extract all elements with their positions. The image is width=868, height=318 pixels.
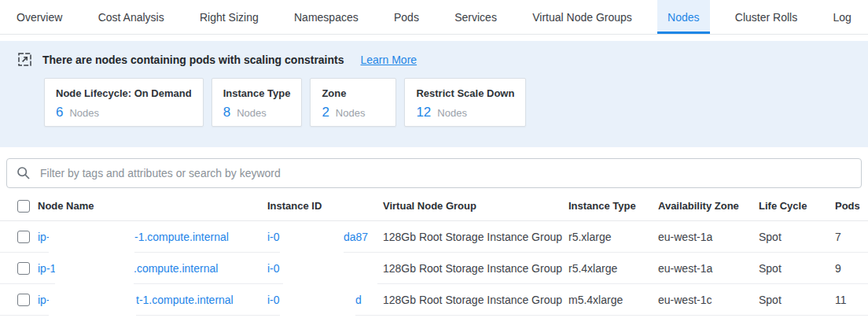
redaction-overlay [283,258,377,289]
scaling-constraints-banner: There are nodes containing pods with sca… [0,41,868,147]
redaction-overlay [49,227,134,257]
row-checkbox[interactable] [17,262,30,275]
card-unit: Nodes [237,107,267,119]
life-cycle-cell: Spot [759,284,835,315]
node-name-link[interactable]: .compute.internal [134,262,218,275]
node-name-link[interactable]: t-1.compute.internal [136,294,234,306]
filter-bar [6,158,862,188]
col-virtual-node-group: Virtual Node Group [383,191,568,220]
col-instance-type: Instance Type [568,191,658,220]
life-cycle-cell: Spot [759,221,835,252]
tab-nodes[interactable]: Nodes [657,0,709,34]
tab-bar: Overview Cost Analysis Right Sizing Name… [0,0,868,35]
availability-zone-cell: eu-west-1a [658,221,759,252]
tab-cluster-rolls[interactable]: Cluster Rolls [725,0,807,34]
instance-type-cell: r5.xlarge [568,221,658,252]
card-title: Zone [322,87,384,99]
card-unit: Nodes [437,107,467,119]
search-input[interactable] [39,166,851,180]
node-name-link[interactable]: ip-1 [38,262,56,275]
instance-id-link[interactable]: da87 [344,231,368,243]
tab-overview[interactable]: Overview [6,0,72,34]
banner-message: There are nodes containing pods with sca… [42,54,344,66]
table-row: ip- t-1.compute.internal i-0 d 128Gb Roo… [0,284,868,316]
row-checkbox[interactable] [17,231,30,243]
search-icon [17,166,31,180]
table-header: Node Name Instance ID Virtual Node Group… [0,191,868,221]
col-life-cycle: Life Cycle [759,191,835,220]
constraint-cards: Node Lifecycle: On Demand 6 Nodes Instan… [44,78,868,127]
virtual-node-group-cell: 128Gb Root Storage Instance Group [383,284,568,315]
node-name-link[interactable]: -1.compute.internal [134,231,229,243]
scale-constraint-icon [17,52,32,67]
card-unit: Nodes [69,107,99,119]
tab-namespaces[interactable]: Namespaces [284,0,369,34]
card-zone[interactable]: Zone 2 Nodes [310,78,396,127]
col-availability-zone: Availability Zone [658,191,759,220]
availability-zone-cell: eu-west-1a [658,253,759,283]
col-pods: Pods [835,191,868,220]
pods-count-cell: 9 [835,253,868,283]
col-instance-id: Instance ID [267,191,383,220]
instance-id-link[interactable]: d [355,294,362,306]
card-unit: Nodes [336,107,366,119]
instance-id-link[interactable]: i-0 [267,294,280,306]
instance-type-cell: r5.4xlarge [568,253,658,283]
card-restrict-scale-down[interactable]: Restrict Scale Down 12 Nodes [404,78,526,127]
card-title: Restrict Scale Down [416,87,514,99]
card-count: 8 [223,105,230,120]
learn-more-link[interactable]: Learn More [361,54,417,66]
life-cycle-cell: Spot [759,253,835,283]
tab-virtual-node-groups[interactable]: Virtual Node Groups [522,0,642,34]
redaction-overlay [55,258,134,289]
instance-id-link[interactable]: i-0 [267,262,280,275]
card-node-lifecycle[interactable]: Node Lifecycle: On Demand 6 Nodes [44,78,204,127]
availability-zone-cell: eu-west-1c [658,284,759,315]
table-row: ip- -1.compute.internal i-0 da87 128Gb R… [0,221,868,253]
tab-pods[interactable]: Pods [384,0,429,34]
row-checkbox[interactable] [17,294,30,306]
redaction-overlay [280,227,344,257]
card-title: Instance Type [223,87,291,99]
card-count: 6 [56,105,63,120]
virtual-node-group-cell: 128Gb Root Storage Instance Group [383,253,568,283]
pods-count-cell: 11 [835,284,868,315]
table-row: ip-1 .compute.internal i-0 128Gb Root St… [0,253,868,284]
col-node-name: Node Name [38,191,267,220]
instance-type-cell: m5.4xlarge [568,284,658,315]
virtual-node-group-cell: 128Gb Root Storage Instance Group [383,221,568,252]
redaction-overlay [280,290,355,318]
tab-log[interactable]: Log [823,0,862,34]
select-all-checkbox[interactable] [17,200,30,213]
card-count: 12 [416,105,431,120]
redaction-overlay [49,290,136,318]
tab-cost-analysis[interactable]: Cost Analysis [88,0,175,34]
card-count: 2 [322,105,329,120]
card-title: Node Lifecycle: On Demand [56,87,192,99]
tab-right-sizing[interactable]: Right Sizing [189,0,269,34]
pods-count-cell: 7 [835,221,868,252]
instance-id-link[interactable]: i-0 [267,231,280,243]
tab-services[interactable]: Services [444,0,507,34]
card-instance-type[interactable]: Instance Type 8 Nodes [211,78,303,127]
